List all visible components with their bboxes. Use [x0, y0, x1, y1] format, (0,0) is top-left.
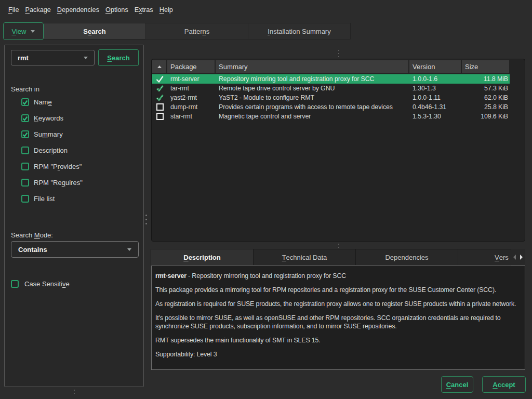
package-row-rmt-server[interactable]: rmt-serverRepository mirroring tool and …: [152, 74, 510, 84]
search-mode-value: Contains: [18, 246, 47, 254]
search-in-options: NameKeywordsSummaryDescriptionRPM "Provi…: [21, 94, 83, 207]
keep-installed-icon[interactable]: [152, 85, 167, 92]
package-row-star-rmt[interactable]: star-rmtMagnetic tape control and server…: [152, 112, 510, 121]
detail-tab-bar: Description Technical Data Dependencies …: [151, 249, 521, 265]
sort-column-header[interactable]: [152, 60, 167, 73]
view-menu-label: View: [12, 28, 26, 35]
search-in-option-rpm-requires-label: RPM "Requires": [34, 179, 83, 187]
package-table: Package Summary Version Size rmt-serverR…: [151, 59, 525, 242]
description-paragraphs: This package provides a mirroring tool f…: [155, 286, 521, 358]
splitter-handle-bottom[interactable]: [74, 389, 75, 395]
tab-technical-data[interactable]: Technical Data: [253, 249, 356, 265]
main-tab-bar: Search Patterns Installation Summary: [44, 23, 351, 39]
package-version-cell: 1.5.3-1.30: [409, 113, 462, 120]
search-in-option-file-list-label: File list: [34, 195, 55, 203]
tab-installation-summary[interactable]: Installation Summary: [248, 23, 351, 39]
search-in-option-keywords[interactable]: Keywords: [21, 110, 83, 126]
arrow-left-icon: [513, 255, 516, 260]
package-table-body: rmt-serverRepository mirroring tool and …: [152, 74, 510, 121]
checkbox-checked[interactable]: [21, 98, 29, 106]
package-row-dump-rmt[interactable]: dump-rmtProvides certain programs with a…: [152, 102, 510, 112]
case-sensitive-checkbox-label: Case Sensitive: [24, 280, 70, 288]
menu-extras[interactable]: Extras: [135, 6, 153, 14]
search-in-label: Search in: [11, 85, 39, 93]
checkbox-unchecked[interactable]: [21, 179, 29, 187]
case-sensitive-checkbox[interactable]: Case Sensitive: [11, 276, 70, 292]
package-version-cell: 1.30-1.3: [409, 85, 462, 92]
package-version-cell: 1.0.0-1.6: [409, 75, 462, 83]
menu-help[interactable]: Help: [159, 6, 173, 14]
column-header-summary[interactable]: Summary: [216, 60, 409, 73]
package-summary-cell: Repository mirroring tool and registrati…: [216, 75, 409, 83]
package-name-cell: tar-rmt: [167, 85, 216, 92]
package-version-cell: 1.0.0-1.11: [409, 94, 462, 101]
package-row-yast2-rmt[interactable]: yast2-rmtYaST2 - Module to configure RMT…: [152, 93, 510, 102]
chevron-down-icon: [84, 57, 88, 59]
search-mode-select[interactable]: Contains: [11, 241, 139, 258]
package-name-cell: rmt-server: [167, 75, 216, 83]
keep-installed-icon[interactable]: [152, 94, 167, 101]
search-in-option-description-label: Description: [34, 147, 68, 154]
package-size-cell: 11.8 MiB: [462, 75, 510, 83]
not-installed-icon[interactable]: [152, 103, 167, 111]
chevron-down-icon: [127, 248, 131, 251]
search-in-option-rpm-provides[interactable]: RPM "Provides": [21, 158, 83, 175]
package-row-tar-rmt[interactable]: tar-rmtRemote tape drive control server …: [152, 84, 510, 93]
package-name-cell: dump-rmt: [167, 103, 216, 111]
checkbox-unchecked[interactable]: [21, 195, 29, 203]
menu-dependencies[interactable]: Dependencies: [57, 6, 99, 14]
checkbox-checked[interactable]: [21, 130, 29, 138]
package-size-cell: 57.3 KiB: [462, 85, 510, 92]
checkbox-unchecked[interactable]: [11, 280, 19, 288]
column-header-size[interactable]: Size: [462, 60, 510, 73]
install-check-icon[interactable]: [152, 75, 167, 83]
search-button-label: Search: [107, 54, 129, 62]
search-in-option-summary-label: Summary: [34, 130, 63, 138]
tab-search[interactable]: Search: [43, 23, 146, 39]
package-size-cell: 25.8 KiB: [462, 103, 510, 111]
menu-package[interactable]: Package: [25, 6, 50, 14]
menu-file[interactable]: File: [8, 6, 19, 14]
column-header-package[interactable]: Package: [167, 60, 216, 73]
package-summary-cell: Remote tape drive control server by GNU: [216, 85, 409, 92]
tab-dependencies[interactable]: Dependencies: [355, 249, 458, 265]
tab-scroll-right-button[interactable]: [518, 249, 525, 265]
search-input[interactable]: rmt: [11, 50, 95, 65]
tab-scroll-left-button[interactable]: [511, 249, 518, 265]
search-mode-label: Search Mode:: [11, 231, 53, 239]
search-in-option-rpm-requires[interactable]: RPM "Requires": [21, 175, 83, 191]
sort-ascending-icon: [157, 65, 162, 68]
package-summary-cell: Magnetic tape control and server: [216, 113, 409, 120]
tab-description[interactable]: Description: [151, 249, 254, 265]
checkbox-unchecked[interactable]: [21, 147, 29, 154]
search-button[interactable]: Search: [98, 49, 139, 66]
case-sensitive-option: Case Sensitive: [11, 276, 70, 292]
package-name: rmt-server: [155, 272, 187, 280]
description-paragraph: As registration is required for SUSE pro…: [155, 300, 521, 308]
menu-options[interactable]: Options: [105, 6, 128, 14]
accept-button-label: Accept: [493, 381, 515, 389]
cancel-button[interactable]: Cancel: [441, 376, 473, 393]
tab-patterns[interactable]: Patterns: [145, 23, 248, 39]
splitter-handle-vertical[interactable]: [145, 213, 147, 225]
search-options-panel: rmt Search Search in NameKeywordsSummary…: [4, 45, 144, 387]
splitter-handle-top[interactable]: [338, 49, 339, 58]
search-in-option-keywords-label: Keywords: [34, 114, 63, 122]
checkbox-checked[interactable]: [21, 114, 29, 122]
package-size-cell: 109.6 KiB: [462, 113, 510, 120]
column-header-version[interactable]: Version: [409, 60, 462, 73]
package-summary-inline: - Repository mirroring tool and registra…: [187, 272, 346, 280]
package-summary-cell: Provides certain programs with access to…: [216, 103, 409, 111]
checkbox-unchecked[interactable]: [21, 163, 29, 170]
package-summary-cell: YaST2 - Module to configure RMT: [216, 94, 409, 101]
package-version-cell: 0.4b46-1.31: [409, 103, 462, 111]
search-in-option-description[interactable]: Description: [21, 142, 83, 158]
search-in-option-file-list[interactable]: File list: [21, 191, 83, 207]
search-in-option-name[interactable]: Name: [21, 94, 83, 110]
not-installed-icon[interactable]: [152, 113, 167, 120]
accept-button[interactable]: Accept: [482, 376, 526, 393]
search-in-option-summary[interactable]: Summary: [21, 126, 83, 142]
description-paragraph: RMT supersedes the main functionality of…: [155, 336, 521, 344]
description-title-line: rmt-server - Repository mirroring tool a…: [155, 272, 521, 280]
view-menu-button[interactable]: View: [3, 22, 44, 40]
